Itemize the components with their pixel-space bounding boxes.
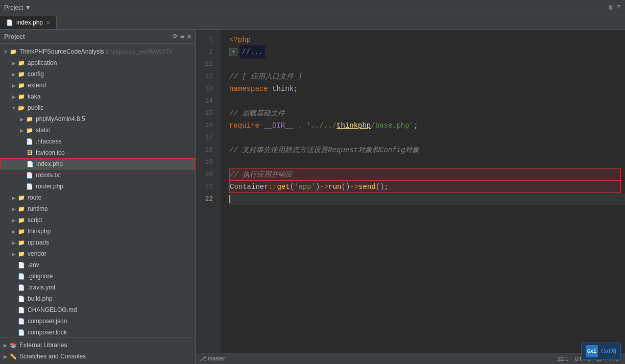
arrow-icon: ▶	[10, 83, 17, 88]
status-left: ⎇ master	[200, 355, 225, 362]
line-num-13: 13	[196, 83, 217, 95]
tree-item-phpmyadmin[interactable]: ▶ 📁 phpMyAdmin4.8.5	[0, 113, 195, 125]
string-prefix: '../../	[306, 119, 336, 132]
menu-icon[interactable]: ≡	[617, 3, 621, 12]
method-send: send	[358, 181, 376, 193]
tree-item-uploads[interactable]: ▶ 📁 uploads	[0, 237, 195, 248]
arrow-op: ->	[320, 181, 328, 193]
arrow-op2: ->	[350, 181, 358, 193]
settings-icon[interactable]: ⚙	[608, 3, 612, 12]
tree-item-config[interactable]: ▶ 📁 config	[0, 68, 195, 80]
tree-label: uploads	[28, 239, 193, 246]
tab-close-button[interactable]: ✕	[46, 20, 50, 26]
tree-label: script	[28, 216, 193, 224]
sidebar-bottom: ▶ 📚 External Libraries ▶ ✏️ Scratches an…	[0, 337, 195, 364]
tree-label: static	[36, 127, 193, 134]
tree-item-script[interactable]: ▶ 📁 script	[0, 214, 195, 226]
folder-icon: 📁	[17, 71, 26, 78]
semi2: ;	[384, 181, 389, 193]
tree-item-runtime[interactable]: ▶ 📁 runtime	[0, 203, 195, 214]
tree-item-favicon[interactable]: 🖼 favicon.ico	[0, 147, 195, 158]
sidebar-tree: ▼ 📁 ThinkPHPSourceCodeAnalysis D:\phpstu…	[0, 44, 195, 337]
arrow-icon: ▶	[10, 240, 17, 246]
code-line-14	[229, 95, 625, 107]
code-line-11	[229, 58, 625, 70]
editor-area: 1 2 11 12 13 14 15 16 17 18 19 20 21 22 …	[196, 30, 625, 364]
folded-content: //...	[239, 45, 265, 59]
folder-icon: 📁	[17, 239, 26, 246]
code-line-2: +//...	[229, 46, 625, 58]
arrow-icon: ▶	[2, 343, 9, 348]
line-num-1: 1	[196, 34, 217, 46]
gear-icon[interactable]: ⚙	[187, 33, 191, 40]
folder-icon: 📁	[17, 82, 26, 89]
tab-bar: 📄 index.php ✕	[0, 15, 625, 30]
tab-index-php[interactable]: 📄 index.php ✕	[0, 16, 57, 29]
method-run: run	[328, 181, 341, 193]
string-suffix: /base.php'	[371, 119, 414, 132]
tree-item-composer-json[interactable]: 📄 composer.json	[0, 316, 195, 327]
thinkphp-link[interactable]: thinkphp	[336, 119, 371, 132]
folder-icon: 📁	[17, 93, 26, 100]
tree-label: runtime	[28, 205, 193, 212]
arrow-icon: ▶	[18, 128, 26, 133]
tree-item-index-php[interactable]: 📄 index.php	[0, 158, 195, 169]
tree-item-external-libraries[interactable]: ▶ 📚 External Libraries	[0, 339, 195, 351]
php-file-icon: 📄	[6, 19, 13, 26]
collapse-icon[interactable]: ⊟	[181, 33, 184, 40]
concat-op: .	[298, 119, 302, 132]
comment-support: // 支持事先使用静态方法设置Request对象和Config对象	[229, 144, 419, 156]
tree-item-env[interactable]: 📄 .env	[0, 259, 195, 271]
dir-const: __DIR__	[263, 119, 294, 132]
arrow-icon: ▼	[2, 49, 9, 55]
code-line-19	[229, 156, 625, 168]
code-content[interactable]: <?php +//... // [ 应用入口文件 ] namespace thi…	[221, 30, 625, 353]
project-title[interactable]: Project ▼	[4, 4, 31, 11]
tree-item-robots[interactable]: 📄 robots.txt	[0, 169, 195, 181]
code-editor[interactable]: 1 2 11 12 13 14 15 16 17 18 19 20 21 22 …	[196, 30, 625, 353]
space	[259, 119, 263, 132]
tree-item-htaccess[interactable]: 📄 .htaccess	[0, 136, 195, 147]
scratch-icon: ✏️	[9, 353, 17, 360]
arrow-icon: ▶	[10, 206, 17, 212]
tree-item-gitignore[interactable]: 📄 .gitignore	[0, 271, 195, 282]
fold-button[interactable]: +	[229, 48, 237, 56]
tree-item-travis[interactable]: 📄 .travis.yml	[0, 282, 195, 293]
file-icon: 📄	[17, 262, 26, 269]
sync-icon[interactable]: ⟳	[173, 33, 178, 40]
tree-item-build[interactable]: 📄 build.php	[0, 293, 195, 304]
tree-item-vendor[interactable]: ▶ 📁 vendor	[0, 248, 195, 259]
folder-icon: 📁	[26, 127, 34, 134]
main-content: Project ⟳ ⊟ ⚙ ▼ 📁 ThinkPHPSourceCodeAnal…	[0, 30, 625, 364]
tree-item-changelog[interactable]: 📄 CHANGELOG.md	[0, 304, 195, 316]
tree-item-scratches[interactable]: ▶ ✏️ Scratches and Consoles	[0, 351, 195, 362]
yaml-icon: 📄	[17, 284, 26, 291]
tree-label: public	[28, 104, 193, 111]
code-line-15: // 加载基础文件	[229, 107, 625, 119]
tree-label: vendor	[28, 250, 193, 257]
tree-item-kaka[interactable]: ▶ 📁 kaka	[0, 91, 195, 102]
tree-item-static[interactable]: ▶ 📁 static	[0, 125, 195, 136]
line-num-15: 15	[196, 107, 217, 119]
parens2: ()	[342, 181, 350, 193]
tree-item-route[interactable]: ▶ 📁 route	[0, 192, 195, 203]
tree-item-router[interactable]: 📄 router.php	[0, 181, 195, 192]
tree-item-extend[interactable]: ▶ 📁 extend	[0, 80, 195, 91]
tree-label: index.php	[36, 160, 193, 167]
line-num-16: 16	[196, 119, 217, 132]
tree-item-application[interactable]: ▶ 📁 application	[0, 57, 195, 68]
md-icon: 📄	[17, 307, 26, 313]
tree-label: build.php	[28, 295, 193, 302]
require-keyword: require	[229, 119, 259, 132]
space2	[294, 119, 298, 132]
tree-label: CHANGELOG.md	[28, 306, 193, 313]
php-icon: 📄	[26, 161, 34, 167]
tree-item-root[interactable]: ▼ 📁 ThinkPHPSourceCodeAnalysis D:\phpstu…	[0, 46, 195, 57]
tree-label: router.php	[36, 183, 193, 190]
tree-item-composer-lock[interactable]: 📄 composer.lock	[0, 327, 195, 337]
php-icon: 📄	[17, 296, 26, 302]
git-branch: ⎇ master	[200, 355, 225, 362]
arrow-icon: ▶	[10, 60, 17, 66]
tree-item-thinkphp[interactable]: ▶ 📁 thinkphp	[0, 226, 195, 237]
tree-item-public[interactable]: ▼ 📂 public	[0, 102, 195, 113]
